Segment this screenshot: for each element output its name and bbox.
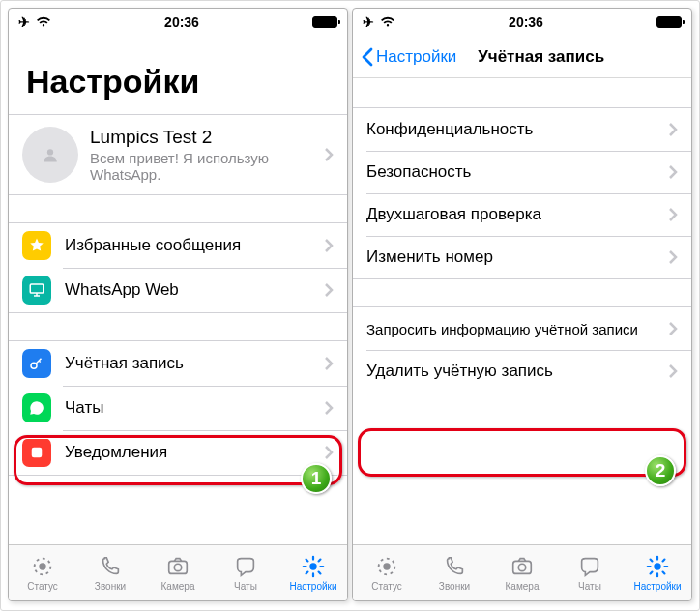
- list-item-label: Избранные сообщения: [65, 236, 324, 255]
- clock: 20:36: [509, 15, 543, 30]
- chevron-right-icon: [668, 164, 678, 180]
- badge-2: 2: [645, 455, 676, 486]
- svg-point-12: [518, 564, 525, 570]
- chevron-right-icon: [668, 249, 678, 265]
- list-item-label: Запросить информацию учётной записи: [366, 321, 668, 337]
- list-item[interactable]: Избранные сообщения: [9, 223, 347, 268]
- list-item-label: Конфиденциальность: [366, 120, 668, 139]
- list-item[interactable]: Двухшаговая проверка: [353, 193, 691, 236]
- chevron-right-icon: [324, 445, 334, 460]
- status-bar: ✈︎ 20:36: [353, 9, 691, 36]
- chevron-right-icon: [324, 238, 334, 253]
- profile-name: Lumpics Test 2: [90, 127, 324, 148]
- list-item[interactable]: Конфиденциальность: [353, 108, 691, 151]
- tab-settings[interactable]: Настройки: [624, 545, 691, 600]
- svg-point-10: [383, 563, 390, 569]
- chevron-right-icon: [668, 122, 678, 137]
- svg-rect-3: [32, 448, 43, 458]
- chevron-right-icon: [668, 321, 678, 336]
- list-item-label: WhatsApp Web: [65, 280, 324, 300]
- tab-label: Настройки: [289, 581, 336, 592]
- tab-chats[interactable]: Чаты: [212, 545, 279, 600]
- tab-label: Статус: [27, 581, 58, 592]
- list-item-label: Безопасность: [366, 162, 668, 182]
- airplane-icon: ✈︎: [18, 15, 30, 30]
- list-item-label: Чаты: [65, 398, 324, 418]
- profile-row[interactable]: Lumpics Test 2 Всем привет! Я использую …: [9, 115, 347, 194]
- list-item[interactable]: WhatsApp Web: [9, 268, 347, 312]
- list-item-label: Удалить учётную запись: [366, 362, 668, 381]
- star-icon: [22, 231, 51, 260]
- tab-camera[interactable]: Камера: [488, 545, 556, 600]
- highlight-delete: [358, 428, 686, 477]
- chevron-right-icon: [668, 364, 678, 379]
- chevron-right-icon: [324, 400, 334, 416]
- list-item-label: Учётная запись: [65, 354, 324, 373]
- svg-rect-1: [30, 284, 44, 293]
- list-item[interactable]: Запросить информацию учётной записи: [353, 307, 691, 350]
- tab-label: Камера: [506, 581, 540, 592]
- tab-chats[interactable]: Чаты: [556, 545, 624, 600]
- screen-settings: ✈︎ 20:36 Настройки Lumpics Test 2 Всем п…: [8, 8, 348, 601]
- key-icon: [22, 349, 51, 378]
- chevron-right-icon: [668, 207, 678, 222]
- wifi-icon: [380, 16, 395, 28]
- airplane-icon: ✈︎: [363, 15, 374, 30]
- tab-label: Камера: [161, 581, 195, 592]
- battery-icon: [312, 16, 337, 28]
- page-title: Настройки: [9, 36, 347, 114]
- list-item[interactable]: Уведомления: [9, 430, 347, 475]
- list-item[interactable]: Безопасность: [353, 151, 691, 193]
- tab-label: Статус: [371, 581, 402, 592]
- svg-point-8: [309, 563, 316, 569]
- square-icon: [22, 438, 51, 467]
- list-item[interactable]: Удалить учётную запись: [353, 350, 691, 393]
- tab-camera[interactable]: Камера: [144, 545, 212, 600]
- svg-point-5: [39, 563, 45, 569]
- svg-point-7: [174, 564, 181, 570]
- status-bar: ✈︎ 20:36: [9, 9, 347, 36]
- wifi-icon: [36, 16, 51, 28]
- list-item-label: Уведомления: [65, 443, 324, 462]
- monitor-icon: [22, 276, 51, 305]
- tab-settings[interactable]: Настройки: [279, 545, 347, 600]
- tab-status[interactable]: Статус: [9, 545, 76, 600]
- tab-bar: СтатусЗвонкиКамераЧатыНастройки: [9, 544, 347, 600]
- nav-bar: Настройки Учётная запись: [353, 36, 691, 78]
- list-item[interactable]: Изменить номер: [353, 236, 691, 278]
- list-item[interactable]: Учётная запись: [9, 341, 347, 386]
- tab-label: Звонки: [95, 581, 126, 592]
- tab-label: Чаты: [234, 581, 257, 592]
- bubble-icon: [22, 393, 51, 422]
- tab-label: Настройки: [633, 581, 681, 592]
- battery-icon: [656, 16, 682, 28]
- svg-point-0: [47, 149, 53, 155]
- svg-point-2: [31, 363, 37, 368]
- tab-calls[interactable]: Звонки: [421, 545, 488, 600]
- chevron-right-icon: [324, 147, 334, 162]
- screen-account: ✈︎ 20:36 Настройки Учётная запись Конфид…: [352, 8, 692, 601]
- badge-1: 1: [301, 463, 332, 494]
- tab-label: Звонки: [439, 581, 470, 592]
- svg-point-13: [654, 563, 660, 569]
- avatar: [22, 127, 78, 183]
- tab-status[interactable]: Статус: [353, 545, 421, 600]
- list-item-label: Двухшаговая проверка: [366, 205, 668, 224]
- tab-bar: СтатусЗвонкиКамераЧатыНастройки: [353, 544, 691, 600]
- chevron-right-icon: [324, 356, 334, 371]
- nav-title: Учётная запись: [398, 47, 684, 67]
- chevron-right-icon: [324, 282, 334, 298]
- profile-status: Всем привет! Я использую WhatsApp.: [90, 150, 324, 183]
- list-item-label: Изменить номер: [366, 247, 668, 267]
- tab-calls[interactable]: Звонки: [76, 545, 144, 600]
- tab-label: Чаты: [578, 581, 601, 592]
- list-item[interactable]: Чаты: [9, 386, 347, 430]
- clock: 20:36: [164, 15, 199, 30]
